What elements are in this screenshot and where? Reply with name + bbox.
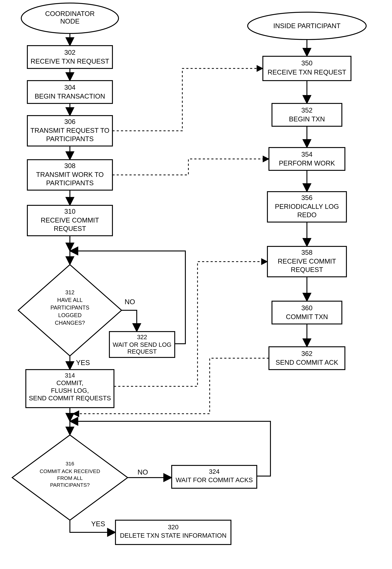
node-314-t3: SEND COMMIT REQUESTS xyxy=(29,395,111,402)
node-312-num: 312 xyxy=(65,289,74,296)
node-302-text: RECEIVE TXN REQUEST xyxy=(30,58,109,65)
participant-start-label: INSIDE PARTICIPANT xyxy=(273,22,341,30)
node-312-t4: CHANGES? xyxy=(55,320,85,326)
node-314-t1: COMMIT, xyxy=(56,379,83,387)
node-308-t1: TRANSMIT WORK TO xyxy=(36,171,104,178)
node-312-t3: LOGGED xyxy=(58,312,82,318)
edge-316-no-label: NO xyxy=(138,468,148,476)
node-358-t1: RECEIVE COMMIT xyxy=(278,257,336,265)
node-310-num: 310 xyxy=(64,208,75,215)
node-308-t2: PARTICIPANTS xyxy=(46,179,94,187)
node-350-t1: RECEIVE TXN REQUEST xyxy=(267,68,346,76)
node-360-num: 360 xyxy=(301,304,312,312)
edge-316-yes-label: YES xyxy=(91,520,105,528)
node-362-num: 362 xyxy=(301,350,312,357)
node-306-t2: PARTICIPANTS xyxy=(46,135,94,143)
node-308-num: 308 xyxy=(64,162,75,169)
node-350-num: 350 xyxy=(301,59,312,67)
node-358-num: 358 xyxy=(301,249,312,256)
node-354-num: 354 xyxy=(301,150,312,158)
node-352-t1: BEGIN TXN xyxy=(289,115,325,123)
node-356-t2: REDO xyxy=(297,211,317,219)
node-322-num: 322 xyxy=(137,334,147,340)
node-352-num: 352 xyxy=(301,106,312,114)
node-316-num: 316 xyxy=(66,461,74,466)
node-312-t2: PARTICIPANTS xyxy=(50,304,89,311)
node-322-t2: REQUEST xyxy=(127,348,157,355)
node-322-t1: WAIT OR SEND LOG xyxy=(113,341,171,348)
node-360-t1: COMMIT TXN xyxy=(286,313,328,320)
dashed-308-354 xyxy=(112,159,269,175)
node-354-t1: PERFORM WORK xyxy=(279,159,335,167)
node-306-num: 306 xyxy=(64,118,75,125)
node-314-num: 314 xyxy=(65,372,75,379)
node-306-t1: TRANSMIT REQUEST TO xyxy=(30,127,109,134)
node-356-num: 356 xyxy=(301,194,312,201)
node-320-t1: DELETE TXN STATE INFORMATION xyxy=(120,532,226,539)
node-312-t1: HAVE ALL xyxy=(57,297,83,303)
node-358-t2: REQUEST xyxy=(291,266,323,273)
node-356-t1: PERIODICALLY LOG xyxy=(275,203,339,210)
node-324-num: 324 xyxy=(209,468,220,475)
dashed-306-350 xyxy=(112,68,263,131)
edge-312-322 xyxy=(122,310,137,331)
node-320-num: 320 xyxy=(168,524,179,531)
node-324-t1: WAIT FOR COMMIT ACKS xyxy=(176,476,253,483)
node-314-t2: FLUSH LOG, xyxy=(51,387,89,394)
edge-312-no-label: NO xyxy=(125,298,135,306)
node-362-t1: SEND COMMIT ACK xyxy=(276,359,338,366)
node-310-t1: RECEIVE COMMIT xyxy=(41,216,99,224)
node-316-t3: PARTICIPANTS? xyxy=(50,482,90,488)
node-316-t1: COMMIT ACK RECEIVED xyxy=(40,468,100,474)
node-310-t2: REQUEST xyxy=(54,225,86,232)
node-304-text: BEGIN TRANSACTION xyxy=(35,92,105,100)
node-302-num: 302 xyxy=(64,49,75,56)
edge-312-yes-label: YES xyxy=(76,359,90,367)
node-304-num: 304 xyxy=(64,84,75,91)
node-316-t2: FROM ALL xyxy=(57,475,83,481)
